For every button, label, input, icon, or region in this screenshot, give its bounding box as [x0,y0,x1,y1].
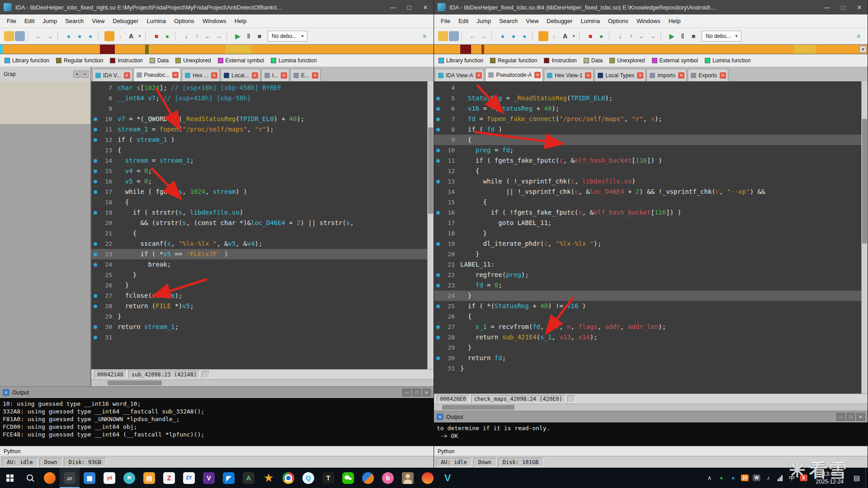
code-line-10[interactable]: 10v7 = *(_QWORD *)(_ReadStatusReg(TPIDR_… [91,114,427,124]
menu-file[interactable]: File [3,16,20,26]
code-line-13[interactable]: 13while ( !_vsprintf_chk(c, libdexfile.s… [434,176,861,187]
breakpoint-icon[interactable]: ■ [585,31,595,41]
zhiyun-icon[interactable]: ZY [179,468,199,488]
panel-close-icon[interactable] [81,70,89,78]
menu-options[interactable]: Options [170,16,198,26]
maximize-button[interactable] [835,0,851,14]
code-line-23[interactable]: 23if ( *v5 == 'FLE\x7F' ) [91,249,427,259]
jump-segment-icon[interactable]: ● [85,31,95,41]
output-minimize-icon[interactable] [402,389,411,396]
code-line-21[interactable]: 21LABEL_11: [434,259,861,270]
jump-name-icon[interactable]: ● [75,31,85,41]
firefox-icon[interactable] [40,468,60,488]
code-line-10[interactable]: 10preg = fd; [434,145,861,155]
youdao-dict-icon[interactable]: yd [99,468,119,488]
minimize-button[interactable] [385,0,401,14]
step-into-icon[interactable]: ↓ [181,31,191,41]
tab-local[interactable]: Local... [221,69,260,81]
tab-exports[interactable]: Exports [688,69,728,81]
menu-lumina[interactable]: Lumina [142,16,170,26]
code-line-6[interactable]: 6v16 = *(StatusReg + 40); [434,103,861,114]
menu-edit[interactable]: Edit [20,16,38,26]
tab-imports[interactable]: Imports [646,69,687,81]
vertical-scrollbar[interactable] [427,81,434,369]
red-app-icon[interactable] [418,468,438,488]
horizontal-scrollbar[interactable] [434,404,868,411]
code-line-22[interactable]: 22sscanf(s, "%lx-%lx ", &v5, &v4); [91,239,427,249]
code-line-31[interactable]: 31} [434,363,861,374]
menu-options[interactable]: Options [604,16,632,26]
text-search-icon[interactable]: A [126,31,136,41]
tray-expand-icon[interactable]: ∧ [704,468,716,488]
code-line-30[interactable]: 30return fd; [434,353,861,363]
tab-close-icon[interactable] [211,72,217,79]
band-scroll-arrow-icon[interactable] [859,46,867,53]
scrollbar-thumb[interactable] [442,405,514,410]
save-icon[interactable] [449,31,459,41]
tab-close-icon[interactable] [312,72,318,79]
graph-overview-tab[interactable]: Grap [0,67,91,81]
code-line-5[interactable]: 5StatusReg = _ReadStatusReg(TPIDR_EL0); [434,93,861,103]
code-line-14[interactable]: 14stream = stream_1; [91,155,427,166]
tab-hex-view-1[interactable]: Hex View-1 [544,69,594,81]
code-line-28[interactable]: 28return (FILE *)v5; [91,301,427,311]
run-to-cursor-icon[interactable]: → [648,31,658,41]
open-file-icon[interactable] [438,31,448,41]
minimize-button[interactable] [819,0,835,14]
code-line-20[interactable]: 20} [434,249,861,259]
tab-close-icon[interactable] [534,72,541,78]
step-into-icon[interactable]: ↓ [615,31,625,41]
code-line-4[interactable]: 4 [434,83,861,93]
chevron-down-icon[interactable]: ▾ [571,31,576,41]
tab-ida-v[interactable]: IDA V... [92,69,132,81]
code-line-25[interactable]: 25} [91,270,427,280]
tab-close-icon[interactable] [585,72,591,79]
highlight-marker-icon[interactable] [538,31,548,41]
chrome-icon[interactable] [278,468,298,488]
forward-icon[interactable]: → [45,31,55,41]
stop-debug-icon[interactable]: ■ [689,31,698,41]
output-console[interactable]: 10: using guessed type __int16 word_10;3… [0,398,434,446]
text-search-icon[interactable]: A [560,31,570,41]
step-out-icon[interactable]: ← [637,31,647,41]
code-line-7[interactable]: 7fd = fopen_fake_connect("/proc/self/map… [434,114,861,124]
maximize-button[interactable] [401,0,417,14]
tab-close-icon[interactable] [172,72,179,78]
file-explorer-icon[interactable]: ▤ [139,468,159,488]
tab-close-icon[interactable] [281,72,287,79]
code-line-12[interactable]: 12{ [434,166,861,176]
debugger-selector[interactable]: No debu... [702,31,741,42]
code-line-12[interactable]: 12if ( stream_1 ) [91,135,427,145]
continue-icon[interactable]: ● [162,31,172,41]
tab-i[interactable]: I... [261,69,289,81]
typora-icon[interactable]: T [318,468,338,488]
code-line-11[interactable]: 11if ( fgets_fake_fputc(c, &elf_hash_buc… [434,155,861,166]
close-button[interactable] [417,0,434,14]
code-line-18[interactable]: 18{ [91,197,427,207]
desktop-layout-icon[interactable]: ≡ [854,31,863,41]
code-line-9[interactable]: 9{ [434,135,861,145]
scrollbar-thumb[interactable] [108,380,162,385]
tab-pseudocode-a[interactable]: Pseudocode-A [485,68,543,81]
v2ray-icon[interactable]: V [438,468,458,488]
jump-name-icon[interactable]: ● [509,31,519,41]
code-line-22[interactable]: 22regfree(preg); [434,270,861,280]
vscode-icon[interactable]: ◤ [219,468,239,488]
code-line-11[interactable]: 11stream_1 = fopen("/proc/self/maps", "r… [91,124,427,135]
menu-debugger[interactable]: Debugger [108,16,142,26]
tab-close-icon[interactable] [678,72,684,79]
graph-overview-panel[interactable] [0,81,91,386]
code-line-8[interactable]: 8__int64 v7; // [xsp+418h] [xbp-58h] [91,93,427,103]
code-line-16[interactable]: 16v5 = 0; [91,176,427,187]
open-file-icon[interactable] [4,31,14,41]
close-button[interactable] [851,0,868,14]
code-line-17[interactable]: 17while ( fgets(s, 1024, stream) ) [91,187,427,197]
output-close-icon[interactable] [422,389,431,396]
start-debug-icon[interactable]: ▶ [667,31,677,41]
debugger-selector[interactable]: No debu... [268,31,307,42]
code-line-15[interactable]: 15v4 = 0; [91,166,427,176]
menu-file[interactable]: File [437,16,454,26]
code-line-24[interactable]: 24break; [91,259,427,270]
navigation-band[interactable] [0,44,434,54]
output-console[interactable]: to determine if it is read-only. -> OK [434,422,868,446]
